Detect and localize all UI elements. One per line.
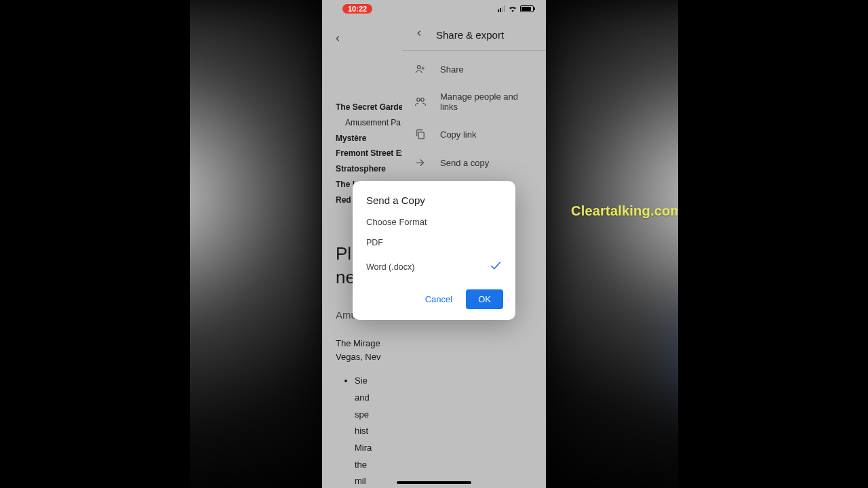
doc-bullet: spe [355, 407, 402, 424]
doc-bullet-list: Sie and spe hist Mira the mil [336, 373, 402, 488]
doc-bullet: mil [355, 473, 402, 488]
status-time-recording: 10:22 [342, 4, 372, 14]
share-back-button[interactable] [414, 28, 424, 41]
doc-line: Stratosphere [336, 161, 402, 177]
doc-bullet: the [355, 457, 402, 474]
doc-paragraph: The Mirage Vegas, Nev [336, 337, 402, 363]
doc-line: Mystère [336, 131, 402, 146]
ok-button[interactable]: OK [466, 289, 503, 309]
copy-icon [414, 128, 427, 140]
doc-back-button[interactable] [322, 27, 402, 52]
share-row-manage[interactable]: Manage people and links [402, 83, 546, 120]
dialog-title: Send a Copy [353, 195, 515, 211]
doc-bullet: Mira [355, 440, 402, 457]
share-row-label: Copy link [440, 129, 476, 140]
dialog-subtitle: Choose Format [353, 211, 515, 231]
home-indicator[interactable] [397, 481, 471, 484]
chevron-left-icon [333, 34, 342, 43]
doc-line: Amusement Pa [336, 115, 402, 131]
share-row-label: Manage people and links [440, 92, 534, 112]
doc-bullet: hist [355, 423, 402, 440]
doc-bullet: and [355, 390, 402, 407]
doc-line: The Secret Garde [336, 100, 402, 115]
status-indicators [498, 5, 534, 14]
chevron-left-icon [414, 28, 424, 38]
send-arrow-icon [414, 157, 427, 169]
format-option-pdf[interactable]: PDF [353, 231, 515, 254]
svg-point-2 [421, 98, 425, 102]
svg-point-0 [417, 66, 420, 69]
cancel-button[interactable]: Cancel [418, 289, 459, 309]
share-row-label: Share [440, 64, 464, 75]
send-copy-dialog: Send a Copy Choose Format PDF Word (.doc… [353, 181, 515, 320]
format-label: Word (.docx) [366, 262, 414, 272]
checkmark-icon [490, 261, 502, 273]
phone-frame: The Secret Garde Amusement Pa Mystère Fr… [322, 0, 546, 488]
people-icon [414, 96, 427, 108]
battery-icon [520, 5, 534, 12]
doc-line: Fremont Street Ex [336, 146, 402, 161]
cellular-signal-icon [498, 5, 505, 12]
person-add-icon [414, 63, 427, 75]
doc-bullet: Sie [355, 373, 402, 390]
share-row-label: Send a copy [440, 158, 489, 168]
share-row-share[interactable]: Share [402, 55, 546, 83]
status-bar: 10:22 [322, 0, 546, 16]
letterbox-right [678, 0, 868, 488]
share-row-copylink[interactable]: Copy link [402, 120, 546, 148]
wifi-icon [508, 5, 517, 14]
share-menu-list: Share Manage people and links Copy link … [402, 51, 546, 181]
svg-rect-3 [418, 132, 424, 139]
letterbox-left [0, 0, 190, 488]
watermark-text: Cleartalking.com [571, 203, 682, 219]
share-title: Share & export [436, 29, 504, 41]
dialog-actions: Cancel OK [353, 280, 515, 312]
format-option-word[interactable]: Word (.docx) [353, 254, 515, 280]
format-label: PDF [366, 238, 383, 247]
share-row-sendcopy[interactable]: Send a copy [402, 148, 546, 177]
svg-point-1 [417, 98, 420, 102]
